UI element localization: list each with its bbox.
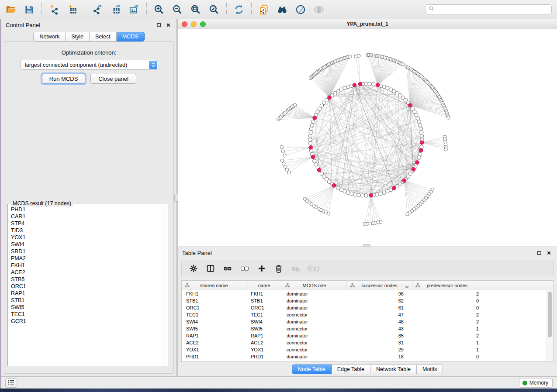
mcds-result-item[interactable]: PHD1 [8,206,161,213]
export-image-icon[interactable] [127,2,142,17]
mcds-result-item[interactable]: STP4 [8,220,161,227]
deselect-all-icon[interactable] [238,262,251,275]
mcds-result-item[interactable]: GCR1 [8,318,161,325]
mcds-result-item[interactable]: SRD1 [8,248,161,255]
optimization-criterion-select[interactable]: largest connected component (undirected) [21,60,158,70]
open-file-icon[interactable] [3,2,18,17]
mcds-result-item[interactable]: SWI4 [8,241,161,248]
cell: connector [282,340,347,345]
float-table-panel-icon[interactable] [536,249,543,257]
tab-edge-table[interactable]: Edge Table [332,364,370,374]
delete-selected-columns-icon[interactable] [272,262,285,275]
close-window-icon[interactable] [182,21,187,27]
new-network-from-selection-icon[interactable] [256,2,271,17]
import-table-from-file-icon[interactable] [65,2,80,17]
mcds-result-item[interactable]: TID3 [8,227,161,234]
column-header-name[interactable]: name [246,281,282,290]
export-network-icon[interactable] [90,2,105,17]
zoom-selected-icon[interactable] [207,2,221,17]
table-row[interactable]: YOX1YOX1connector291 [182,346,553,353]
mcds-result-item[interactable]: RAP1 [8,290,161,297]
table-row[interactable]: PHD1PHD1dominator180 [182,353,553,360]
cell: TEC1 [246,312,282,317]
cell: 43 [347,326,412,331]
table-row[interactable]: SWI5SWI5connector431 [182,325,553,332]
mcds-result-item[interactable]: TEC1 [8,311,161,318]
export-table-icon[interactable] [108,2,123,17]
attribute-icon [350,283,355,289]
mcds-result-item[interactable]: ORC1 [8,283,161,290]
mcds-result-item[interactable]: YOX1 [8,234,161,241]
attribute-icon [185,283,190,289]
tab-mcds[interactable]: MCDS [117,32,145,41]
mcds-result-item[interactable]: STB5 [8,276,161,283]
tab-motifs[interactable]: Motifs [417,364,443,374]
create-column-icon[interactable] [255,262,268,275]
table-row[interactable]: SWI4SWI4dominator462 [182,318,553,325]
table-row[interactable]: FKH1FKH1dominator962 [182,290,553,297]
tab-style[interactable]: Style [66,32,90,41]
mcds-list-scrollbar[interactable] [161,205,167,365]
table-mode-icon[interactable] [187,262,200,275]
find-icon[interactable] [275,2,290,17]
tab-select[interactable]: Select [90,32,117,41]
birds-eye-view-icon[interactable] [311,2,326,17]
toggle-columns-icon[interactable] [204,262,217,275]
mcds-result-item[interactable]: ACE2 [8,269,161,276]
run-mcds-button[interactable]: Run MCDS [42,74,85,84]
column-label: successor nodes [361,283,398,288]
show-graphics-details-icon[interactable] [293,2,308,17]
cell: dominator [282,305,347,310]
select-all-icon[interactable] [221,262,234,275]
cell: 61 [347,305,412,310]
column-header-shared-name[interactable]: shared name [182,281,246,290]
memory-button[interactable]: Memory [519,378,553,388]
table-scrollbar-thumb[interactable] [548,292,552,337]
cell: 0 [412,298,482,303]
mcds-tab-content: Optimization criterion: largest connecte… [4,41,174,374]
search-input[interactable] [437,6,548,13]
table-scrollbar[interactable] [547,290,553,361]
mcds-result-item[interactable]: STB1 [8,297,161,304]
delete-table-icon[interactable] [289,262,302,275]
maximize-window-icon[interactable] [200,21,206,27]
tab-node-table[interactable]: Node Table [292,364,332,374]
float-panel-icon[interactable] [155,21,163,29]
mcds-result-item[interactable]: SWI5 [8,304,161,311]
cell: RAP1 [246,333,282,338]
cell: PHD1 [182,354,246,359]
zoom-out-icon[interactable] [170,2,185,17]
import-network-from-file-icon[interactable] [47,2,62,17]
tab-network[interactable]: Network [33,32,66,41]
column-header-mcds-role[interactable]: MCDS role [282,281,347,290]
cell: connector [282,326,347,331]
table-row[interactable]: STB1STB1dominator620 [182,297,553,304]
cell: RAP1 [182,333,246,338]
table-row[interactable]: RAP1RAP1dominator352 [182,332,553,339]
search-box[interactable] [425,4,552,14]
mcds-result-item[interactable]: FKH1 [8,262,161,269]
cell: 2 [412,319,482,324]
mcds-result-item[interactable]: CAR1 [8,213,161,220]
close-panel-icon[interactable] [165,21,172,29]
network-graph[interactable] [178,30,557,246]
table-row[interactable]: ORC1ORC1dominator610 [182,304,553,311]
tab-network-table[interactable]: Network Table [370,364,417,374]
close-table-panel-icon[interactable] [545,249,553,257]
table-row[interactable]: ACE2ACE2connector311 [182,339,553,346]
column-header-predecessor-nodes[interactable]: predecessor nodes [412,281,482,290]
minimize-window-icon[interactable] [191,21,197,27]
network-canvas[interactable] [178,30,557,246]
close-panel-button[interactable]: Close panel [90,74,136,84]
zoom-in-icon[interactable] [152,2,166,17]
table-row[interactable]: TEC1TEC1connector472 [182,311,553,318]
save-session-icon[interactable] [22,2,37,17]
network-view-frame: YPA_prune.txt_1 [178,19,557,246]
zoom-fit-icon[interactable] [188,2,203,17]
task-history-button[interactable] [5,378,17,388]
mcds-result-item[interactable]: PMA2 [8,255,161,262]
column-header-successor-nodes[interactable]: successor nodes [347,281,412,290]
function-builder-icon[interactable]: f(x) [306,262,319,275]
apply-preferred-layout-icon[interactable] [232,2,246,17]
table-toolbar: f(x) [181,261,554,276]
